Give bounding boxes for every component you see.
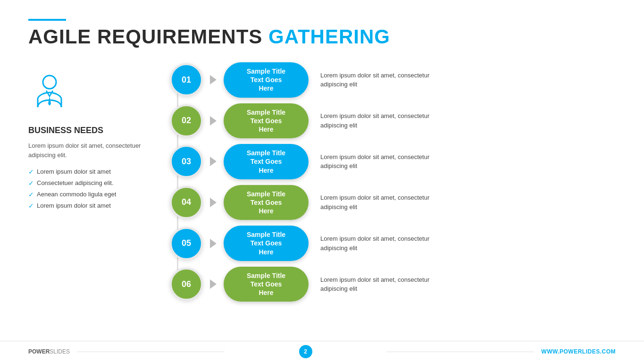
step-label-05: Sample TitleText GoesHere <box>224 226 309 261</box>
footer-line-right <box>386 352 534 352</box>
arrow-icon <box>210 116 217 126</box>
step-circle-06: 06 <box>170 268 203 301</box>
left-panel: BUSINESS NEEDS Lorem ipsum dolor sit ame… <box>28 62 160 213</box>
business-needs-title: BUSINESS NEEDS <box>28 126 160 135</box>
step-label-06: Sample TitleText GoesHere <box>224 267 309 302</box>
step-desc-02: Lorem ipsum dolor sit amet, consectetura… <box>320 111 429 130</box>
checklist-text: Aenean commodo ligula eget <box>37 191 116 198</box>
timeline-row: 06 Sample TitleText GoesHere Lorem ipsum… <box>170 267 616 302</box>
checklist-text: Lorem ipsum dolor sit amet <box>37 168 111 175</box>
check-icon: ✓ <box>28 202 34 210</box>
arrow-icon <box>210 198 217 207</box>
check-icon: ✓ <box>28 179 34 187</box>
step-label-01: Sample TitleText GoesHere <box>224 62 309 98</box>
person-icon <box>28 72 71 114</box>
step-circle-04: 04 <box>170 186 203 219</box>
timeline-row: 05 Sample TitleText GoesHere Lorem ipsum… <box>170 226 616 261</box>
arrow-icon <box>210 279 217 289</box>
step-desc-05: Lorem ipsum dolor sit amet, consectetura… <box>320 234 429 253</box>
right-panel: 01 Sample TitleText GoesHere Lorem ipsum… <box>160 62 616 307</box>
step-desc-03: Lorem ipsum dolor sit amet, consectetura… <box>320 152 429 171</box>
title-part2: GATHERING <box>268 25 390 48</box>
svg-point-0 <box>43 76 56 89</box>
checklist: ✓Lorem ipsum dolor sit amet✓Consectetuer… <box>28 168 160 210</box>
step-label-03: Sample TitleText GoesHere <box>224 144 309 179</box>
slide: AGILE REQUIREMENTS GATHERING BUSINESS NE… <box>0 0 644 362</box>
footer-center: 2 <box>232 345 379 358</box>
page-number: 2 <box>299 345 312 358</box>
arrow-icon <box>210 239 217 248</box>
step-circle-05: 05 <box>170 227 203 260</box>
step-label-02: Sample TitleText GoesHere <box>224 103 309 139</box>
footer-website: WWW.POWERLIDES.COM <box>541 348 616 355</box>
step-circle-03: 03 <box>170 145 203 178</box>
footer-brand: POWERSLIDES <box>28 348 70 355</box>
checklist-text: Lorem ipsum dolor sit amet <box>37 202 111 209</box>
title-part1: AGILE REQUIREMENTS <box>28 25 262 48</box>
checklist-text: Consectetuer adipiscing elit. <box>37 179 114 186</box>
arrow-icon <box>210 157 217 166</box>
checklist-item: ✓Aenean commodo ligula eget <box>28 191 160 198</box>
footer-brand-bold: POWER <box>28 348 50 355</box>
arrow-icon <box>210 75 217 84</box>
step-desc-04: Lorem ipsum dolor sit amet, consectetura… <box>320 193 429 211</box>
step-label-04: Sample TitleText GoesHere <box>224 185 309 220</box>
main-title: AGILE REQUIREMENTS GATHERING <box>28 25 616 48</box>
check-icon: ✓ <box>28 191 34 198</box>
step-circle-01: 01 <box>170 63 203 96</box>
checklist-item: ✓Lorem ipsum dolor sit amet <box>28 202 160 210</box>
step-desc-01: Lorem ipsum dolor sit amet, consectetura… <box>320 71 429 89</box>
header-accent <box>28 19 66 21</box>
timeline-container: 01 Sample TitleText GoesHere Lorem ipsum… <box>170 62 616 307</box>
step-circle-02: 02 <box>170 104 203 137</box>
timeline-row: 04 Sample TitleText GoesHere Lorem ipsum… <box>170 185 616 220</box>
check-icon: ✓ <box>28 168 34 176</box>
checklist-item: ✓Consectetuer adipiscing elit. <box>28 179 160 187</box>
business-needs-desc: Lorem ipsum dolor sit amet, consectetuer… <box>28 141 160 160</box>
footer-line-left <box>77 352 225 352</box>
step-desc-06: Lorem ipsum dolor sit amet, consectetura… <box>320 275 429 294</box>
content-area: BUSINESS NEEDS Lorem ipsum dolor sit ame… <box>28 62 616 307</box>
timeline-row: 01 Sample TitleText GoesHere Lorem ipsum… <box>170 62 616 98</box>
timeline-row: 02 Sample TitleText GoesHere Lorem ipsum… <box>170 103 616 139</box>
footer: POWERSLIDES 2 WWW.POWERLIDES.COM <box>0 341 644 362</box>
checklist-item: ✓Lorem ipsum dolor sit amet <box>28 168 160 176</box>
timeline-row: 03 Sample TitleText GoesHere Lorem ipsum… <box>170 144 616 179</box>
